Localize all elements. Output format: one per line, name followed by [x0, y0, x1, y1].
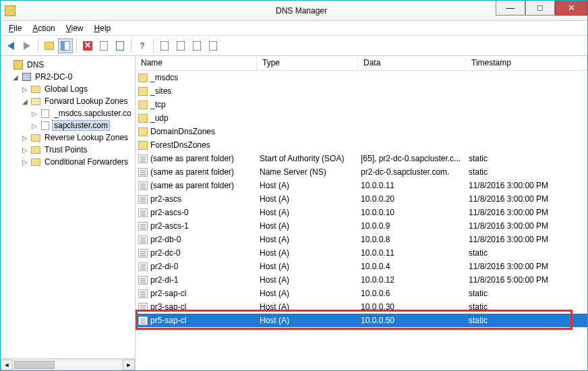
expand-icon[interactable]: ▷ — [21, 159, 29, 166]
row-name: (same as parent folder) — [150, 154, 234, 163]
expand-icon[interactable]: ▷ — [21, 146, 29, 154]
column-data[interactable]: Data — [358, 56, 466, 70]
menu-action[interactable]: Action — [28, 22, 59, 34]
tool-action2[interactable] — [173, 38, 188, 53]
scroll-left-button[interactable]: ◄ — [1, 360, 13, 370]
up-folder-button[interactable] — [42, 38, 57, 53]
collapse-icon[interactable]: ◢ — [11, 74, 20, 81]
folder-icon — [138, 74, 148, 82]
list-row[interactable]: _msdcs — [136, 71, 587, 84]
row-type: Host (A) — [257, 275, 358, 285]
row-type: Start of Authority (SOA) — [257, 154, 358, 163]
delete-button[interactable]: ✕ — [80, 38, 95, 53]
row-type: Host (A) — [257, 181, 358, 190]
tool-action1[interactable] — [157, 38, 172, 53]
folder-icon — [138, 127, 148, 136]
row-timestamp: 11/8/2016 5:00:00 PM — [466, 275, 587, 285]
tool-action3[interactable] — [189, 38, 204, 53]
menu-view[interactable]: View — [62, 22, 88, 34]
scroll-right-button[interactable]: ► — [123, 360, 135, 370]
row-data: 10.0.0.11 — [358, 181, 466, 190]
tree-root-dns[interactable]: DNS — [2, 59, 134, 71]
row-name: _udp — [150, 113, 169, 123]
record-icon — [138, 249, 148, 258]
record-icon — [138, 195, 148, 204]
menu-file[interactable]: File — [5, 22, 26, 34]
scroll-thumb[interactable] — [14, 361, 55, 369]
export-button[interactable] — [113, 38, 127, 53]
maximize-button[interactable]: □ — [525, 1, 555, 16]
record-icon — [138, 276, 148, 285]
expand-icon[interactable]: ▷ — [21, 86, 29, 93]
forward-button[interactable] — [20, 38, 34, 53]
back-button[interactable] — [3, 38, 18, 53]
list-row[interactable]: pr2-di-0Host (A)10.0.0.411/8/2016 3:00:0… — [136, 260, 587, 273]
list-row[interactable]: pr3-sap-clHost (A)10.0.0.30static — [136, 300, 587, 314]
tree-global-logs[interactable]: ▷ Global Logs — [2, 83, 134, 95]
row-name: DomainDnsZones — [150, 127, 215, 136]
record-icon — [138, 222, 148, 231]
menu-help[interactable]: Help — [90, 22, 115, 34]
row-name: _msdcs — [150, 73, 178, 82]
row-data: 10.0.0.12 — [358, 275, 466, 285]
column-name[interactable]: Name — [136, 56, 257, 70]
folder-icon — [138, 141, 148, 150]
tool-action4[interactable] — [206, 38, 220, 53]
expand-icon[interactable]: ▷ — [30, 110, 38, 117]
list-row[interactable]: DomainDnsZones — [136, 125, 587, 138]
list-row[interactable]: ForestDnsZones — [136, 138, 587, 152]
folder-icon — [138, 87, 148, 96]
tree-cond-fwd[interactable]: ▷ Conditional Forwarders — [2, 156, 134, 168]
row-name: pr2-di-0 — [150, 262, 178, 271]
row-timestamp: 11/8/2016 3:00:00 PM — [466, 194, 587, 204]
tree-h-scrollbar[interactable]: ◄ ► — [1, 358, 135, 370]
show-tree-button[interactable] — [58, 38, 73, 53]
scroll-track[interactable] — [13, 360, 123, 370]
row-type: Host (A) — [257, 302, 358, 312]
record-icon — [138, 181, 148, 190]
list-row[interactable]: _sites — [136, 84, 587, 98]
separator — [38, 39, 38, 53]
list-row[interactable]: pr2-ascs-1Host (A)10.0.0.911/8/2016 3:00… — [136, 219, 587, 233]
list-row[interactable]: _udp — [136, 111, 587, 125]
minimize-button[interactable]: — — [496, 1, 525, 16]
record-icon — [138, 289, 148, 298]
tree-zone-sapcluster[interactable]: ▷ sapcluster.com — [2, 119, 134, 132]
row-name: pr2-dc-0 — [150, 248, 181, 258]
row-name: pr2-sap-cl — [150, 289, 186, 298]
separator — [76, 39, 77, 53]
list-row[interactable]: pr2-sap-clHost (A)10.0.0.6static — [136, 287, 587, 300]
list-row[interactable]: pr2-db-0Host (A)10.0.0.811/8/2016 3:00:0… — [136, 233, 587, 246]
expand-icon[interactable]: ▷ — [21, 134, 29, 142]
list-row[interactable]: _tcp — [136, 98, 587, 111]
separator — [153, 39, 154, 53]
list-row[interactable]: (same as parent folder)Host (A)10.0.0.11… — [136, 179, 587, 192]
list-row[interactable]: pr2-dc-0Host (A)10.0.0.11static — [136, 246, 587, 260]
row-type: Host (A) — [257, 289, 358, 298]
list-row[interactable]: pr2-ascs-0Host (A)10.0.0.1011/8/2016 3:0… — [136, 206, 587, 219]
tree-view[interactable]: DNS ◢ PR2-DC-0 ▷ Global Logs ◢ Forward L… — [1, 56, 135, 358]
row-name: _tcp — [150, 100, 166, 109]
row-timestamp: 11/8/2016 3:00:00 PM — [466, 181, 587, 190]
properties-button[interactable] — [96, 38, 111, 53]
folder-icon — [138, 114, 148, 123]
tree-trust-points[interactable]: ▷ Trust Points — [2, 144, 134, 156]
expand-icon[interactable]: ▷ — [30, 122, 38, 130]
list-body[interactable]: _msdcs_sites_tcp_udpDomainDnsZonesForest… — [136, 71, 587, 370]
list-row[interactable]: pr5-sap-clHost (A)10.0.0.50static — [136, 314, 587, 327]
list-header: Name Type Data Timestamp — [136, 56, 587, 71]
tree-zone-msdcs[interactable]: ▷ _msdcs.sapcluster.co — [2, 107, 134, 119]
list-row[interactable]: (same as parent folder)Name Server (NS)p… — [136, 165, 587, 179]
list-row[interactable]: (same as parent folder)Start of Authorit… — [136, 152, 587, 165]
list-row[interactable]: pr2-di-1Host (A)10.0.0.1211/8/2016 5:00:… — [136, 273, 587, 287]
row-data: 10.0.0.20 — [358, 194, 466, 204]
column-type[interactable]: Type — [257, 56, 358, 70]
tree-server[interactable]: ◢ PR2-DC-0 — [2, 71, 134, 83]
column-timestamp[interactable]: Timestamp — [466, 56, 587, 70]
close-button[interactable]: ✕ — [555, 1, 587, 16]
tree-rev-zones[interactable]: ▷ Reverse Lookup Zones — [2, 132, 134, 144]
help-button[interactable]: ? — [135, 38, 150, 53]
list-row[interactable]: pr2-ascsHost (A)10.0.0.2011/8/2016 3:00:… — [136, 192, 587, 206]
tree-fwd-zones[interactable]: ◢ Forward Lookup Zones — [2, 95, 134, 107]
collapse-icon[interactable]: ◢ — [21, 98, 29, 105]
